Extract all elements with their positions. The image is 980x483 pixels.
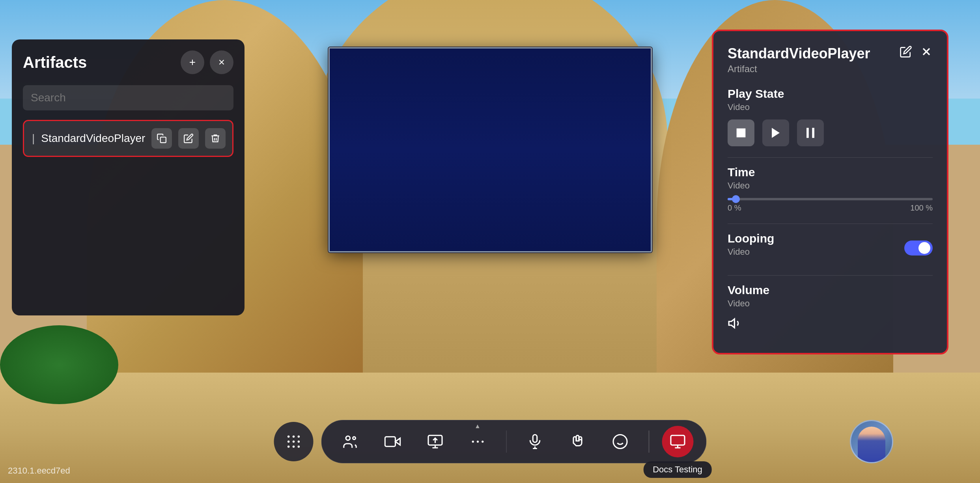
time-label: Time <box>728 166 933 179</box>
cursor-icon: | <box>32 132 35 145</box>
emoji-button[interactable] <box>605 426 636 457</box>
copy-artifact-button[interactable] <box>151 128 172 149</box>
close-artifacts-button[interactable]: × <box>210 50 233 74</box>
vp-header-icon-group <box>900 45 933 58</box>
screen-share-button[interactable] <box>419 426 451 457</box>
svg-point-26 <box>476 440 478 442</box>
svg-rect-3 <box>737 129 746 138</box>
svg-rect-20 <box>385 437 395 447</box>
time-slider-min: 0 % <box>728 203 741 213</box>
trash-icon <box>210 133 220 144</box>
divider-3 <box>728 275 933 276</box>
svg-point-18 <box>353 437 355 440</box>
svg-rect-0 <box>161 137 166 143</box>
looping-label-group: Looping Video <box>728 232 774 264</box>
time-slider-track[interactable] <box>728 198 933 200</box>
bottom-toolbar: ▲ <box>274 420 706 463</box>
volume-label: Volume <box>728 283 933 297</box>
close-icon <box>920 45 933 58</box>
svg-point-16 <box>297 446 300 448</box>
raise-hand-button[interactable] <box>562 426 594 457</box>
pause-icon <box>804 126 817 140</box>
share-icon <box>669 433 686 450</box>
time-slider-container <box>728 198 933 200</box>
toolbar-separator-2 <box>649 431 650 453</box>
svg-marker-7 <box>729 319 734 328</box>
play-icon <box>769 126 782 140</box>
svg-marker-4 <box>772 128 780 138</box>
svg-point-13 <box>297 440 300 443</box>
delete-artifact-button[interactable] <box>205 128 226 149</box>
play-button[interactable] <box>762 119 789 146</box>
divider-1 <box>728 157 933 158</box>
stop-icon <box>734 126 748 140</box>
svg-marker-19 <box>395 438 400 445</box>
play-state-label: Play State <box>728 87 933 101</box>
divider-2 <box>728 224 933 224</box>
main-toolbar: ▲ <box>321 420 706 463</box>
svg-point-15 <box>292 446 295 448</box>
svg-point-31 <box>613 435 627 449</box>
artifact-item-icon-group <box>151 128 226 149</box>
screen-share-icon <box>427 433 443 450</box>
more-button[interactable]: ▲ <box>462 426 493 457</box>
greenery <box>0 325 118 404</box>
add-artifact-button[interactable]: + <box>181 50 204 74</box>
grid-button[interactable] <box>274 422 313 461</box>
looping-toggle-container: Looping Video <box>728 232 933 264</box>
search-input[interactable] <box>23 85 233 110</box>
artifacts-title: Artifacts <box>23 54 87 71</box>
stop-button[interactable] <box>728 119 754 146</box>
artifacts-header: Artifacts + × <box>23 50 233 74</box>
copy-icon <box>157 133 167 144</box>
svg-point-14 <box>287 446 289 448</box>
video-player-panel: StandardVideoPlayer Artifact Play State … <box>712 30 948 354</box>
svg-point-27 <box>482 440 483 442</box>
play-state-sub: Video <box>728 102 933 112</box>
svg-point-12 <box>292 440 295 443</box>
video-screen <box>329 47 652 252</box>
svg-rect-34 <box>671 435 685 445</box>
close-vp-button[interactable] <box>920 45 933 58</box>
pause-button[interactable] <box>797 119 824 146</box>
svg-point-9 <box>292 435 295 438</box>
volume-section: Volume Video <box>728 283 933 331</box>
play-state-section: Play State Video <box>728 87 933 146</box>
toolbar-separator-1 <box>506 431 507 453</box>
people-button[interactable] <box>334 426 366 457</box>
people-icon <box>342 433 358 450</box>
svg-point-11 <box>287 440 289 443</box>
more-caret-icon: ▲ <box>474 423 481 430</box>
hand-icon <box>569 433 586 450</box>
edit-pencil-icon <box>183 133 194 144</box>
edit-icon <box>900 45 912 58</box>
svg-rect-28 <box>533 435 537 442</box>
svg-point-8 <box>287 435 289 438</box>
vp-panel-title: StandardVideoPlayer <box>728 45 870 62</box>
vp-panel-subtitle: Artifact <box>728 63 870 75</box>
video-screen-inner <box>330 48 651 251</box>
mic-icon <box>527 433 543 450</box>
mic-button[interactable] <box>519 426 551 457</box>
edit-artifact-button[interactable] <box>178 128 199 149</box>
svg-point-25 <box>472 440 474 442</box>
avatar-button[interactable] <box>850 420 893 463</box>
looping-sub: Video <box>728 247 774 257</box>
svg-point-10 <box>297 435 300 438</box>
vp-panel-header: StandardVideoPlayer Artifact <box>728 45 933 75</box>
share-active-button[interactable]: Docs Testing <box>662 426 693 457</box>
edit-vp-button[interactable] <box>900 45 912 58</box>
looping-toggle[interactable] <box>904 241 933 255</box>
looping-label: Looping <box>728 232 774 245</box>
artifact-item-name: StandardVideoPlayer <box>41 132 145 145</box>
artifacts-panel: Artifacts + × | StandardVideoPlayer <box>12 39 245 315</box>
video-cam-button[interactable] <box>377 426 408 457</box>
play-state-controls <box>728 119 933 146</box>
video-cam-icon <box>384 433 401 450</box>
grid-icon <box>285 433 302 450</box>
more-icon <box>469 433 486 450</box>
time-slider-thumb[interactable] <box>732 195 740 203</box>
artifact-list-item: | StandardVideoPlayer <box>23 120 233 157</box>
time-slider-labels: 0 % 100 % <box>728 203 933 213</box>
volume-row <box>728 316 933 331</box>
